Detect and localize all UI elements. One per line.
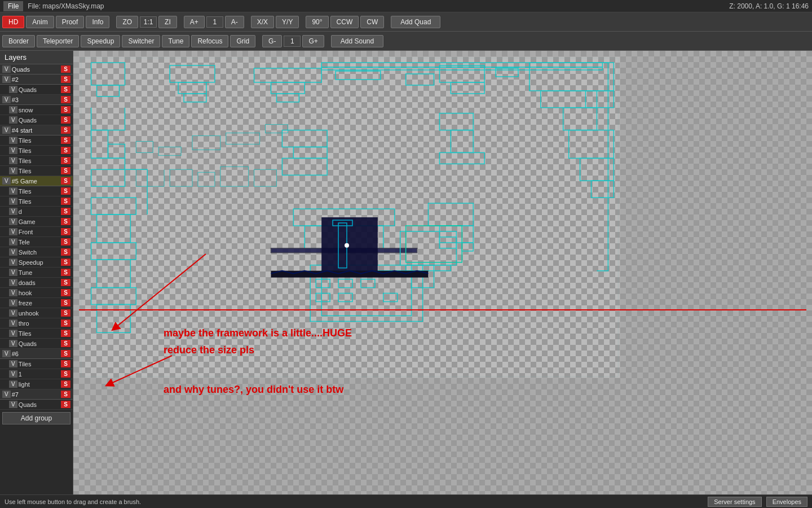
layer-item-unhook[interactable]: V unhook S	[0, 308, 73, 318]
v-btn[interactable]: V	[2, 96, 11, 103]
s-btn[interactable]: S	[61, 299, 70, 306]
layer-group-4[interactable]: V #4 start S	[0, 125, 73, 135]
ccw-button[interactable]: CCW	[330, 16, 359, 28]
layer-item-speedup[interactable]: V Speedup S	[0, 257, 73, 268]
anim-button[interactable]: Anim	[26, 16, 54, 28]
s-btn[interactable]: S	[61, 401, 70, 408]
s-btn[interactable]: S	[61, 370, 70, 378]
layer-item-light[interactable]: V light S	[0, 379, 73, 389]
v-btn[interactable]: V	[9, 380, 17, 388]
v-btn[interactable]: V	[2, 391, 11, 398]
zi-button[interactable]: ZI	[158, 16, 177, 28]
v-btn[interactable]: V	[9, 401, 17, 408]
v-btn[interactable]: V	[9, 198, 17, 205]
v-btn[interactable]: V	[2, 350, 11, 357]
layer-item-snow[interactable]: V snow S	[0, 105, 73, 115]
v-btn[interactable]: V	[9, 187, 17, 195]
s-btn[interactable]: S	[61, 126, 70, 134]
v-btn[interactable]: V	[9, 370, 17, 378]
yy-button[interactable]: Y/Y	[276, 16, 299, 28]
layer-item-tiles4b[interactable]: V Tiles S	[0, 146, 73, 156]
switcher-button[interactable]: Switcher	[122, 35, 160, 47]
add-group-button[interactable]: Add group	[2, 412, 70, 424]
s-btn[interactable]: S	[61, 259, 70, 266]
layer-item-quads5[interactable]: V Quads S	[0, 339, 73, 349]
a-plus-button[interactable]: A+	[184, 16, 205, 28]
border-button[interactable]: Border	[2, 35, 35, 47]
s-btn[interactable]: S	[61, 350, 70, 357]
s-btn[interactable]: S	[61, 309, 70, 317]
layer-group-quads[interactable]: V Quads S	[0, 64, 73, 75]
speedup-button[interactable]: Speedup	[81, 35, 120, 47]
v-btn[interactable]: V	[2, 126, 11, 134]
v-btn[interactable]: V	[2, 76, 11, 83]
layer-item-tiles5a[interactable]: V Tiles S	[0, 186, 73, 196]
layer-item-tiles4a[interactable]: V Tiles S	[0, 135, 73, 146]
s-btn[interactable]: S	[61, 330, 70, 337]
s-btn[interactable]: S	[61, 167, 70, 174]
v-btn[interactable]: V	[9, 147, 17, 154]
v-btn[interactable]: V	[2, 65, 11, 73]
s-btn[interactable]: S	[61, 157, 70, 164]
envelopes-button[interactable]: Envelopes	[766, 497, 807, 507]
s-btn[interactable]: S	[61, 319, 70, 327]
layer-item-hook[interactable]: V hook S	[0, 288, 73, 298]
layer-item-tiles5c[interactable]: V Tiles S	[0, 329, 73, 339]
v-btn[interactable]: V	[9, 106, 17, 113]
server-settings-button[interactable]: Server settings	[708, 497, 761, 507]
v-btn[interactable]: V	[9, 319, 17, 327]
layer-item-switch[interactable]: V Switch S	[0, 247, 73, 257]
v-btn[interactable]: V	[9, 289, 17, 296]
s-btn[interactable]: S	[61, 187, 70, 195]
s-btn[interactable]: S	[61, 391, 70, 398]
s-btn[interactable]: S	[61, 137, 70, 144]
s-btn[interactable]: S	[61, 86, 70, 93]
v-btn[interactable]: V	[9, 309, 17, 317]
add-sound-button[interactable]: Add Sound	[331, 35, 383, 47]
s-btn[interactable]: S	[61, 106, 70, 113]
layer-item-quads3[interactable]: V Quads S	[0, 115, 73, 125]
refocus-button[interactable]: Refocus	[191, 35, 228, 47]
layer-item-tiles4d[interactable]: V Tiles S	[0, 166, 73, 176]
layer-group-6[interactable]: V #6 S	[0, 349, 73, 359]
s-btn[interactable]: S	[61, 279, 70, 286]
s-btn[interactable]: S	[61, 228, 70, 235]
v-btn[interactable]: V	[9, 86, 17, 93]
layer-item-tiles5b[interactable]: V Tiles S	[0, 196, 73, 207]
v-btn[interactable]: V	[9, 279, 17, 286]
grid-button[interactable]: Grid	[230, 35, 255, 47]
cw-button[interactable]: CW	[360, 16, 384, 28]
v-btn[interactable]: V	[9, 208, 17, 215]
layer-group-3[interactable]: V #3 S	[0, 95, 73, 105]
layer-item-d[interactable]: V d S	[0, 207, 73, 217]
s-btn[interactable]: S	[61, 96, 70, 103]
v-btn[interactable]: V	[9, 167, 17, 174]
s-btn[interactable]: S	[61, 360, 70, 367]
layer-item-doads[interactable]: V doads S	[0, 278, 73, 288]
layer-item-tiles4c[interactable]: V Tiles S	[0, 156, 73, 166]
v-btn[interactable]: V	[9, 330, 17, 337]
layer-item-1[interactable]: V 1 S	[0, 369, 73, 379]
layer-item-tune[interactable]: V Tune S	[0, 268, 73, 278]
v-btn[interactable]: V	[9, 228, 17, 235]
v-btn[interactable]: V	[9, 269, 17, 276]
layer-item-thro[interactable]: V thro S	[0, 318, 73, 329]
s-btn[interactable]: S	[61, 380, 70, 388]
canvas-area[interactable]: maybe the framework is a little....HUGE …	[73, 51, 812, 494]
s-btn[interactable]: S	[61, 269, 70, 276]
v-btn[interactable]: V	[9, 137, 17, 144]
v-btn[interactable]: V	[9, 259, 17, 266]
a-minus-button[interactable]: A-	[225, 16, 244, 28]
file-menu[interactable]: File	[3, 1, 23, 11]
v-btn[interactable]: V	[9, 360, 17, 367]
s-btn[interactable]: S	[61, 289, 70, 296]
s-btn[interactable]: S	[61, 340, 70, 347]
proof-button[interactable]: Proof	[56, 16, 85, 28]
s-btn[interactable]: S	[61, 218, 70, 225]
layer-item-tele[interactable]: V Tele S	[0, 237, 73, 247]
zo-button[interactable]: ZO	[116, 16, 138, 28]
layer-item-front[interactable]: V Front S	[0, 227, 73, 237]
v-btn[interactable]: V	[9, 116, 17, 124]
s-btn[interactable]: S	[61, 177, 70, 185]
xy-button[interactable]: X/X	[251, 16, 274, 28]
